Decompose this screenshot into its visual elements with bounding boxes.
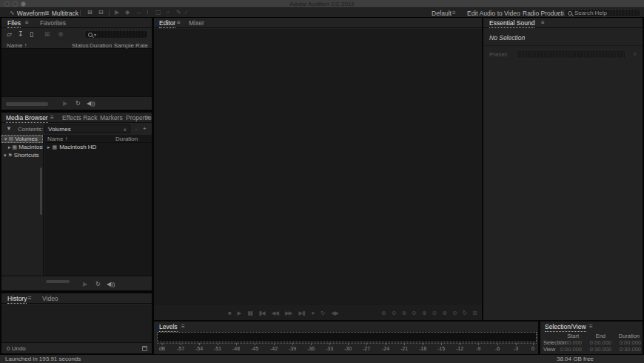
reset-zoom-button[interactable]: ↻ bbox=[463, 310, 468, 316]
tree-item-volumes[interactable]: ▾ ▤ Volumes bbox=[1, 135, 43, 143]
history-list-empty[interactable] bbox=[1, 304, 152, 342]
scale-label: -57 bbox=[177, 346, 184, 351]
zoom-to-out-point-button[interactable]: ⊖ bbox=[432, 310, 437, 316]
files-panel-menu-icon[interactable]: ≡ bbox=[25, 19, 29, 26]
selection-start-value[interactable]: 0:00.000 bbox=[560, 339, 582, 346]
rewind-button[interactable]: ◀◀ bbox=[271, 310, 278, 316]
zoom-to-in-point-button[interactable]: ⊕ bbox=[422, 310, 427, 316]
twisty-open-icon[interactable]: ▾ bbox=[4, 136, 7, 142]
zoom-to-selection-button[interactable]: ⊕ bbox=[442, 310, 447, 316]
open-file-icon[interactable]: ▱ bbox=[7, 30, 12, 38]
stop-button[interactable]: ■ bbox=[228, 310, 231, 316]
files-search-field[interactable]: ▾ bbox=[84, 30, 148, 39]
tab-favorites[interactable]: Favorites bbox=[40, 19, 66, 27]
fast-forward-button[interactable]: ▶▶ bbox=[285, 310, 292, 316]
editor-panel-menu-icon[interactable]: ≡ bbox=[177, 19, 181, 26]
twisty-closed-icon[interactable]: ▸ bbox=[47, 144, 50, 150]
tab-mixer[interactable]: Mixer bbox=[189, 19, 204, 27]
tab-editor[interactable]: Editor bbox=[159, 19, 175, 28]
twisty-open-icon[interactable]: ▾ bbox=[4, 153, 7, 159]
files-loop-icon[interactable]: ↻ bbox=[76, 100, 81, 107]
skip-to-previous-button[interactable]: ▮◀ bbox=[259, 310, 265, 316]
column-name[interactable]: Name ↑ bbox=[47, 136, 68, 142]
view-duration-value[interactable]: 0:30.000 bbox=[620, 346, 641, 353]
tab-markers[interactable]: Markers bbox=[100, 114, 123, 121]
column-duration[interactable]: Duration bbox=[115, 136, 138, 142]
levels-panel-menu-icon[interactable]: ≡ bbox=[181, 323, 185, 330]
media-panel-menu-icon[interactable]: ≡ bbox=[50, 114, 54, 121]
workspace-edit-audio-to-video[interactable]: Edit Audio to Video bbox=[467, 10, 520, 17]
tab-files[interactable]: Files bbox=[7, 19, 21, 28]
tab-effects-rack[interactable]: Effects Rack bbox=[62, 114, 98, 121]
history-panel-menu-icon[interactable]: ≡ bbox=[28, 295, 32, 302]
move-tool-icon[interactable]: ▶ bbox=[115, 9, 119, 16]
view-start-value[interactable]: 0:00.000 bbox=[560, 346, 582, 353]
tab-history[interactable]: History bbox=[7, 295, 27, 304]
add-shortcut-icon[interactable]: ▼ bbox=[6, 125, 12, 132]
clear-history-icon[interactable] bbox=[142, 346, 147, 351]
waveform-view-button[interactable]: ∿ Waveform bbox=[10, 9, 45, 17]
column-name[interactable]: Name ↑ bbox=[7, 42, 27, 49]
skip-selection-button[interactable]: ◀▶ bbox=[331, 310, 338, 316]
media-tree-scrollbar[interactable] bbox=[40, 167, 42, 215]
media-list-row-macintosh-hd[interactable]: ▸ ▦ Macintosh HD bbox=[44, 143, 152, 151]
media-horizontal-scrollbar[interactable] bbox=[46, 280, 70, 283]
zoom-out-full-button[interactable]: ⊖ bbox=[452, 310, 457, 316]
import-file-icon[interactable]: ↧ bbox=[18, 30, 24, 38]
files-list-empty[interactable] bbox=[1, 49, 152, 96]
loop-playback-button[interactable]: ↻ bbox=[321, 310, 324, 316]
tree-item-macintosh-hd[interactable]: ▸ ▦ Macintosh HD bbox=[1, 143, 43, 151]
spot-healing-brush-tool-icon[interactable]: ∕ bbox=[186, 9, 187, 16]
slip-tool-icon[interactable]: ↔ bbox=[135, 9, 141, 16]
view-end-value[interactable]: 0:30.000 bbox=[590, 346, 611, 353]
zoom-full-button[interactable]: ⊞ bbox=[472, 310, 477, 316]
pause-button[interactable]: ▮▮ bbox=[247, 310, 252, 316]
tab-media-browser[interactable]: Media Browser bbox=[6, 114, 48, 123]
media-loop-icon[interactable]: ↻ bbox=[95, 281, 101, 287]
zoom-in-time-button[interactable]: ⊕ bbox=[381, 310, 386, 316]
selection-view-panel-menu-icon[interactable]: ≡ bbox=[589, 323, 593, 330]
workspace-layout-icon[interactable]: ⊞ bbox=[87, 9, 93, 16]
panel-layout-icon[interactable]: ⊟ bbox=[98, 9, 104, 16]
editor-waveform-area[interactable] bbox=[154, 29, 482, 305]
zoom-out-time-button[interactable]: ⊖ bbox=[392, 310, 397, 316]
workspace-menu-icon[interactable]: ≡ bbox=[452, 10, 456, 16]
tab-levels[interactable]: Levels bbox=[159, 323, 178, 332]
zoom-in-amplitude-button[interactable]: ⊕ bbox=[401, 310, 406, 316]
files-play-icon[interactable]: ▶ bbox=[63, 100, 67, 107]
razor-tool-icon[interactable]: ◆ bbox=[125, 9, 130, 16]
record-button[interactable]: ● bbox=[311, 310, 314, 316]
paintbrush-tool-icon[interactable]: ✎ bbox=[176, 9, 181, 16]
search-help-field[interactable]: Search Help bbox=[564, 9, 641, 17]
files-horizontal-scrollbar[interactable] bbox=[6, 102, 48, 106]
media-autoplay-icon[interactable]: ◀)) bbox=[107, 281, 115, 287]
media-add-icon[interactable]: + bbox=[143, 125, 147, 132]
media-play-icon[interactable]: ▶ bbox=[83, 281, 87, 287]
workspace-default-button[interactable]: Default bbox=[432, 10, 452, 17]
column-duration[interactable]: Duration bbox=[90, 42, 112, 49]
workspace-overflow-icon[interactable]: » bbox=[557, 10, 560, 16]
tab-essential-sound[interactable]: Essential Sound bbox=[489, 19, 534, 28]
skip-to-next-button[interactable]: ▶▮ bbox=[299, 310, 305, 316]
column-sample-rate[interactable]: Sample Rate bbox=[114, 42, 148, 49]
marquee-selection-tool-icon[interactable]: ▢ bbox=[155, 9, 161, 16]
twisty-closed-icon[interactable]: ▸ bbox=[8, 144, 11, 150]
divider bbox=[483, 45, 643, 46]
play-button[interactable]: ▶ bbox=[238, 310, 241, 316]
lasso-selection-tool-icon[interactable]: ○ bbox=[166, 9, 170, 16]
selection-duration-value[interactable]: 0:00.000 bbox=[620, 339, 641, 346]
column-status[interactable]: Status bbox=[72, 42, 89, 49]
essential-sound-panel-menu-icon[interactable]: ≡ bbox=[541, 19, 545, 26]
files-autoplay-icon[interactable]: ◀)) bbox=[87, 100, 95, 107]
media-list: Name ↑ Duration ▸ ▦ Macintosh HD bbox=[44, 135, 152, 276]
zoom-out-amplitude-button[interactable]: ⊖ bbox=[412, 310, 417, 316]
new-file-icon[interactable]: ▯ bbox=[30, 30, 33, 38]
media-tab-overflow-icon[interactable]: » bbox=[147, 114, 150, 121]
tree-item-shortcuts[interactable]: ▾ ⚑ Shortcuts bbox=[1, 151, 43, 159]
tab-video[interactable]: Video bbox=[42, 295, 58, 302]
multitrack-view-button[interactable]: ≣ Multitrack bbox=[44, 9, 78, 17]
time-selection-tool-icon[interactable]: I bbox=[147, 9, 148, 16]
contents-dropdown[interactable]: Volumes ∨ bbox=[44, 124, 130, 133]
tab-selection-view[interactable]: Selection/View bbox=[545, 323, 586, 332]
selection-end-value[interactable]: 0:00.000 bbox=[590, 339, 611, 346]
